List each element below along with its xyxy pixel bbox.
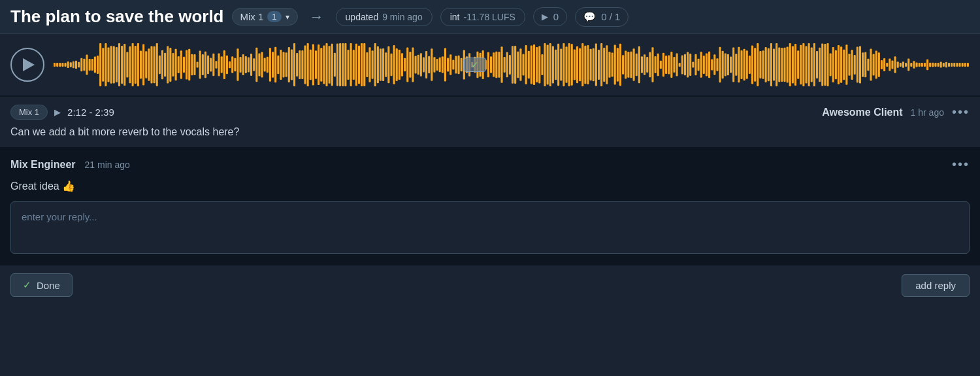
add-reply-button[interactable]: add reply xyxy=(902,274,970,297)
svg-rect-140 xyxy=(431,48,433,81)
svg-rect-112 xyxy=(355,44,357,86)
svg-rect-296 xyxy=(851,50,853,80)
svg-rect-3 xyxy=(61,63,63,67)
svg-rect-294 xyxy=(845,44,847,84)
svg-rect-110 xyxy=(350,43,352,86)
comment-time-ago: 1 hr ago xyxy=(911,107,944,118)
svg-rect-220 xyxy=(646,57,648,73)
svg-rect-5 xyxy=(67,61,69,68)
reply-more-button[interactable]: ••• xyxy=(952,157,970,172)
svg-rect-300 xyxy=(862,52,864,77)
svg-rect-188 xyxy=(560,48,562,80)
svg-rect-298 xyxy=(857,46,858,82)
svg-rect-79 xyxy=(267,57,269,73)
svg-rect-13 xyxy=(89,59,91,71)
svg-rect-189 xyxy=(563,43,564,86)
svg-rect-146 xyxy=(447,58,449,72)
svg-rect-83 xyxy=(277,56,279,74)
svg-rect-214 xyxy=(630,52,632,78)
svg-rect-337 xyxy=(962,63,964,67)
svg-rect-263 xyxy=(762,50,764,79)
forward-arrow-button[interactable]: → xyxy=(306,7,328,27)
svg-rect-95 xyxy=(310,50,312,80)
svg-rect-272 xyxy=(787,47,789,83)
svg-rect-16 xyxy=(97,56,99,74)
svg-rect-124 xyxy=(387,46,389,84)
svg-rect-215 xyxy=(633,48,635,81)
waveform-svg xyxy=(54,42,970,88)
svg-rect-151 xyxy=(461,58,463,72)
svg-rect-60 xyxy=(215,61,217,68)
svg-rect-26 xyxy=(123,44,125,86)
svg-rect-302 xyxy=(867,59,869,71)
svg-rect-22 xyxy=(113,46,115,84)
svg-rect-20 xyxy=(107,47,109,82)
svg-rect-208 xyxy=(614,44,616,84)
reply-time-ago: 21 min ago xyxy=(85,160,130,170)
svg-rect-82 xyxy=(274,47,276,83)
svg-rect-187 xyxy=(557,44,559,86)
header: The plan to save the world Mix 1 1 ▾ → u… xyxy=(0,0,980,34)
svg-rect-161 xyxy=(487,52,489,78)
comment-play-icon[interactable]: ▶ xyxy=(54,107,61,117)
svg-rect-2 xyxy=(59,63,61,67)
svg-rect-76 xyxy=(258,53,260,76)
svg-rect-70 xyxy=(242,54,244,75)
svg-rect-172 xyxy=(517,52,519,78)
svg-rect-169 xyxy=(509,55,511,75)
svg-rect-241 xyxy=(703,56,705,74)
svg-rect-39 xyxy=(159,56,161,75)
svg-rect-250 xyxy=(727,54,729,75)
svg-rect-252 xyxy=(732,48,734,82)
svg-rect-49 xyxy=(186,50,188,79)
svg-rect-116 xyxy=(366,52,368,77)
svg-rect-175 xyxy=(525,45,527,84)
svg-rect-173 xyxy=(519,48,521,81)
svg-rect-111 xyxy=(353,50,355,80)
svg-rect-8 xyxy=(75,61,77,69)
svg-rect-42 xyxy=(167,46,169,84)
svg-rect-235 xyxy=(687,52,689,77)
svg-rect-253 xyxy=(735,54,737,75)
svg-rect-273 xyxy=(789,43,791,86)
svg-rect-194 xyxy=(576,46,578,84)
svg-rect-170 xyxy=(512,46,514,84)
svg-rect-65 xyxy=(229,61,231,68)
reply-section: Mix Engineer 21 min ago ••• Great idea 👍 xyxy=(0,148,980,265)
svg-rect-10 xyxy=(80,58,82,71)
svg-rect-105 xyxy=(336,43,338,86)
svg-rect-327 xyxy=(934,63,936,67)
svg-rect-257 xyxy=(746,50,748,78)
svg-rect-270 xyxy=(781,48,783,82)
comment-icon: 💬 xyxy=(583,11,596,23)
play-count-pill: ▶ 0 xyxy=(533,7,567,26)
svg-rect-234 xyxy=(684,54,686,76)
footer-buttons: ✓ Done add reply xyxy=(0,265,980,305)
svg-rect-30 xyxy=(135,46,137,84)
svg-rect-61 xyxy=(218,53,220,76)
svg-rect-248 xyxy=(722,51,724,79)
svg-rect-290 xyxy=(835,50,837,80)
svg-rect-31 xyxy=(137,43,139,86)
svg-rect-168 xyxy=(506,52,508,77)
svg-rect-205 xyxy=(606,45,608,84)
svg-rect-100 xyxy=(323,45,325,84)
reply-input[interactable] xyxy=(10,201,970,254)
svg-rect-179 xyxy=(536,47,538,82)
mix-selector[interactable]: Mix 1 1 ▾ xyxy=(232,8,298,26)
svg-rect-120 xyxy=(377,46,379,83)
play-button[interactable] xyxy=(10,48,44,82)
svg-rect-86 xyxy=(286,52,287,77)
done-button[interactable]: ✓ Done xyxy=(10,273,73,297)
svg-rect-72 xyxy=(248,57,250,72)
svg-rect-243 xyxy=(708,52,710,78)
svg-rect-240 xyxy=(700,52,702,78)
svg-rect-323 xyxy=(924,63,926,67)
svg-rect-92 xyxy=(301,50,303,79)
svg-rect-118 xyxy=(372,50,374,79)
comment-more-button[interactable]: ••• xyxy=(952,105,970,120)
svg-rect-21 xyxy=(110,46,112,84)
waveform-display[interactable]: ✓ xyxy=(54,42,970,88)
svg-rect-178 xyxy=(533,44,535,85)
svg-rect-310 xyxy=(889,59,890,71)
